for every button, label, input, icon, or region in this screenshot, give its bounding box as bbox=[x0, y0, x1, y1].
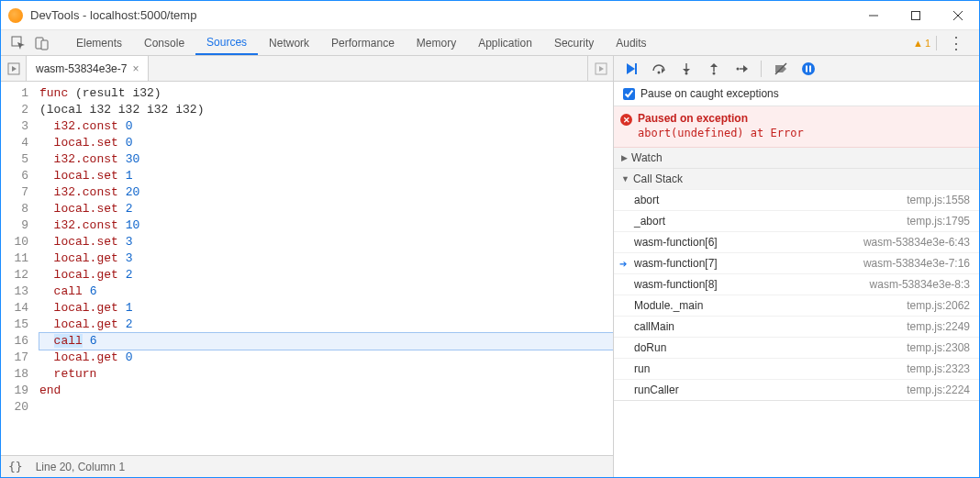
svg-rect-1 bbox=[912, 11, 920, 19]
pretty-print-icon[interactable]: {} bbox=[8, 460, 23, 473]
callstack-function-name: wasm-function[7] bbox=[634, 257, 863, 270]
window-close-button[interactable] bbox=[937, 1, 979, 30]
warnings-badge[interactable]: ▲ 1 bbox=[913, 38, 930, 49]
callstack-section-header[interactable]: ▼ Call Stack bbox=[614, 169, 979, 189]
callstack-function-name: run bbox=[634, 362, 907, 375]
callstack-function-name: _abort bbox=[634, 215, 907, 228]
close-file-tab-icon[interactable]: × bbox=[132, 62, 139, 75]
window-title: DevTools - localhost:5000/temp bbox=[30, 8, 852, 22]
watch-section: ▶ Watch bbox=[614, 148, 979, 169]
svg-rect-6 bbox=[41, 40, 48, 50]
collapse-arrow-icon: ▼ bbox=[621, 174, 629, 183]
source-editor[interactable]: 1234567891011121314151617181920 func (re… bbox=[1, 82, 613, 455]
callstack-function-name: callMain bbox=[634, 320, 907, 333]
panel-tab-application[interactable]: Application bbox=[467, 30, 543, 55]
callstack-frame[interactable]: doRuntemp.js:2308 bbox=[614, 337, 979, 358]
callstack-frame[interactable]: _aborttemp.js:1795 bbox=[614, 210, 979, 231]
window-minimize-button[interactable] bbox=[852, 1, 895, 30]
svg-marker-10 bbox=[599, 66, 604, 72]
inspect-element-icon[interactable] bbox=[10, 35, 27, 51]
code-line[interactable]: return bbox=[39, 366, 613, 383]
callstack-section-title: Call Stack bbox=[633, 172, 683, 185]
code-line[interactable]: local.set 0 bbox=[39, 135, 613, 151]
code-line[interactable]: end bbox=[39, 383, 613, 399]
callstack-function-name: wasm-function[8] bbox=[634, 278, 870, 291]
more-tabs-icon[interactable] bbox=[587, 56, 613, 82]
panel-tab-console[interactable]: Console bbox=[133, 30, 195, 55]
code-line[interactable]: func (result i32) bbox=[39, 85, 613, 102]
callstack-location: wasm-53834e3e-8:3 bbox=[870, 278, 970, 291]
panel-tab-security[interactable]: Security bbox=[543, 30, 605, 55]
callstack-frame[interactable]: runCallertemp.js:2224 bbox=[614, 379, 979, 400]
callstack-frame[interactable]: ➔wasm-function[7]wasm-53834e3e-7:16 bbox=[614, 252, 979, 273]
callstack-function-name: abort bbox=[634, 194, 907, 206]
callstack-frame[interactable]: Module._maintemp.js:2062 bbox=[614, 295, 979, 316]
code-line[interactable]: local.get 3 bbox=[39, 250, 613, 267]
callstack-frame[interactable]: runtemp.js:2323 bbox=[614, 358, 979, 379]
code-surface[interactable]: func (result i32)(local i32 i32 i32 i32)… bbox=[34, 82, 613, 455]
code-line[interactable]: (local i32 i32 i32 i32) bbox=[39, 102, 613, 118]
devtools-app-icon bbox=[8, 8, 23, 23]
devtools-panel-tabs: ElementsConsoleSourcesNetworkPerformance… bbox=[65, 30, 908, 55]
watch-section-title: Watch bbox=[631, 151, 663, 164]
step-into-button[interactable] bbox=[674, 59, 698, 79]
pause-on-caught-checkbox[interactable] bbox=[623, 88, 635, 100]
callstack-frame[interactable]: wasm-function[6]wasm-53834e3e-6:43 bbox=[614, 231, 979, 252]
code-line[interactable]: local.get 2 bbox=[39, 267, 613, 283]
code-line[interactable]: local.set 1 bbox=[39, 168, 613, 184]
panel-tab-audits[interactable]: Audits bbox=[605, 30, 657, 55]
code-line[interactable]: local.get 1 bbox=[39, 300, 613, 317]
svg-point-13 bbox=[658, 71, 661, 73]
svg-marker-11 bbox=[627, 63, 635, 74]
paused-exception-notice: ✕ Paused on exception abort(undefined) a… bbox=[614, 106, 979, 148]
resume-button[interactable] bbox=[619, 59, 643, 79]
open-file-tab[interactable]: wasm-53834e3e-7 × bbox=[27, 56, 149, 81]
callstack-location: temp.js:1795 bbox=[907, 215, 970, 228]
panel-tab-memory[interactable]: Memory bbox=[406, 30, 467, 55]
svg-marker-8 bbox=[12, 66, 17, 72]
watch-section-header[interactable]: ▶ Watch bbox=[614, 148, 979, 168]
callstack-frame[interactable]: callMaintemp.js:2249 bbox=[614, 316, 979, 337]
panel-tab-performance[interactable]: Performance bbox=[320, 30, 406, 55]
code-line[interactable]: i32.const 0 bbox=[39, 118, 613, 135]
code-line[interactable]: local.get 0 bbox=[39, 350, 613, 366]
debugger-toolbar bbox=[614, 56, 979, 82]
code-line[interactable]: i32.const 10 bbox=[39, 217, 613, 234]
callstack-frame[interactable]: wasm-function[8]wasm-53834e3e-8:3 bbox=[614, 273, 979, 295]
callstack-location: temp.js:1558 bbox=[907, 194, 970, 206]
sources-navigator-toggle-icon[interactable] bbox=[1, 56, 27, 82]
svg-rect-27 bbox=[809, 65, 811, 72]
code-line[interactable]: i32.const 30 bbox=[39, 151, 613, 168]
window-titlebar: DevTools - localhost:5000/temp bbox=[1, 1, 979, 30]
step-out-button[interactable] bbox=[702, 59, 726, 79]
debugger-panes[interactable]: Pause on caught exceptions ✕ Paused on e… bbox=[614, 82, 979, 477]
exception-detail: abort(undefined) at Error bbox=[638, 127, 970, 139]
device-toolbar-icon[interactable] bbox=[34, 35, 50, 51]
code-line[interactable] bbox=[39, 399, 613, 416]
callstack-location: temp.js:2308 bbox=[907, 341, 970, 354]
deactivate-breakpoints-button[interactable] bbox=[769, 59, 793, 79]
callstack-frame[interactable]: aborttemp.js:1558 bbox=[614, 189, 979, 210]
code-line[interactable]: call 6 bbox=[39, 283, 613, 300]
svg-rect-26 bbox=[806, 65, 807, 72]
current-frame-marker-icon: ➔ bbox=[619, 259, 627, 269]
callstack-location: wasm-53834e3e-6:43 bbox=[863, 236, 970, 249]
step-over-button[interactable] bbox=[647, 59, 671, 79]
devtools-menu-icon[interactable]: ⋮ bbox=[942, 33, 970, 53]
step-button[interactable] bbox=[729, 59, 753, 79]
pause-on-caught-row: Pause on caught exceptions bbox=[614, 82, 979, 106]
code-line[interactable]: local.set 2 bbox=[39, 201, 613, 217]
pause-on-exceptions-button[interactable] bbox=[796, 59, 820, 79]
code-line[interactable]: call 6 bbox=[39, 333, 613, 350]
error-icon: ✕ bbox=[620, 114, 632, 126]
panel-tab-sources[interactable]: Sources bbox=[195, 30, 258, 55]
panel-tab-network[interactable]: Network bbox=[258, 30, 320, 55]
callstack-function-name: doRun bbox=[634, 341, 907, 354]
callstack-location: temp.js:2249 bbox=[907, 320, 970, 333]
code-line[interactable]: local.get 2 bbox=[39, 317, 613, 333]
panel-tab-elements[interactable]: Elements bbox=[65, 30, 133, 55]
code-line[interactable]: local.set 3 bbox=[39, 234, 613, 250]
code-line[interactable]: i32.const 20 bbox=[39, 184, 613, 201]
exception-title: Paused on exception bbox=[638, 112, 970, 125]
window-maximize-button[interactable] bbox=[895, 1, 937, 30]
